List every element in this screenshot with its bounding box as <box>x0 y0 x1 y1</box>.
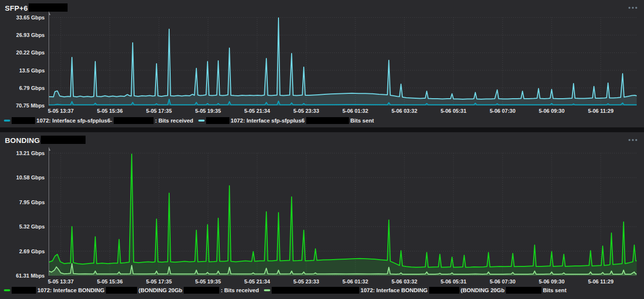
x-axis-label: 5-06 01:32 <box>333 279 377 285</box>
y-axis-line <box>49 11 51 106</box>
y-axis-label: 33.65 Gbps <box>0 14 45 21</box>
series-line <box>49 154 637 267</box>
y-axis-label: 61.31 Mbps <box>0 272 45 279</box>
legend-item[interactable]: 1072: Interface sfp-sfpplus6-: Bits rece… <box>4 117 193 124</box>
x-axis-label: 5-06 11:29 <box>579 279 623 285</box>
redaction-box <box>429 287 459 294</box>
legend-item[interactable]: 1072: Interface BONDING(BONDING 20GbBits… <box>264 287 567 294</box>
dashboard: { "page": { "background": "#121214", "pa… <box>0 0 644 299</box>
panel-title: SFP+6 <box>5 4 28 12</box>
x-axis-label: 5-06 05:31 <box>432 108 475 114</box>
y-axis-label: 5.32 Gbps <box>0 223 45 230</box>
x-axis-label: 5-06 07:30 <box>481 279 524 285</box>
redaction-box <box>12 287 36 294</box>
y-axis-label: 6.79 Gbps <box>0 85 45 91</box>
legend-label: 1072: Interface BONDING <box>37 287 104 293</box>
graph-plot-area[interactable] <box>49 11 637 106</box>
legend-item[interactable]: 1072: Interface sfp-sfpplus6Bits sent <box>198 117 374 124</box>
legend-label: 1072: Interface sfp-sfpplus6- <box>36 118 112 123</box>
x-axis-label: 5-05 21:34 <box>235 108 279 114</box>
x-axis-label: 5-05 17:35 <box>137 279 181 285</box>
series-area <box>49 154 637 276</box>
x-axis-label: 5-06 07:30 <box>481 108 524 114</box>
x-axis-label: 5-06 03:32 <box>383 279 426 285</box>
x-axis-label: 5-05 13:37 <box>39 279 83 285</box>
x-axis-label: 5-06 09:30 <box>530 108 574 114</box>
graph-legend: 1072: Interface sfp-sfpplus6-: Bits rece… <box>4 117 374 124</box>
redaction-box <box>184 287 219 294</box>
x-axis-label: 5-05 23:33 <box>284 279 328 285</box>
panel-sfp6-graph: SFP+6 33.65 Gbps26.93 Gbps20.22 Gbps13.5… <box>0 0 644 127</box>
legend-color-marker <box>198 120 205 122</box>
y-axis-label: 10.58 Gbps <box>0 174 45 181</box>
y-axis-label: 26.93 Gbps <box>0 32 45 38</box>
x-axis-label: 5-05 15:36 <box>88 279 132 285</box>
y-axis-line <box>49 147 51 276</box>
y-axis-label: 13.21 Gbps <box>0 150 45 157</box>
x-axis-label: 5-05 19:35 <box>186 279 230 285</box>
panel-bonding-graph: BONDING 13.21 Gbps10.58 Gbps7.95 Gbps5.3… <box>0 132 644 299</box>
redaction-box <box>272 287 359 294</box>
redaction-box <box>12 117 35 124</box>
redaction-box <box>506 287 541 294</box>
legend-color-marker <box>4 289 10 291</box>
series-line <box>49 18 637 99</box>
x-axis-label: 5-06 11:29 <box>579 108 623 114</box>
redaction-box <box>306 117 349 124</box>
x-axis-label: 5-06 05:31 <box>432 279 475 285</box>
legend-label: : Bits received <box>221 287 259 293</box>
x-axis-label: 5-05 21:34 <box>235 279 279 285</box>
ellipsis-menu-icon[interactable] <box>627 137 638 143</box>
y-axis-label: 70.75 Mbps <box>0 102 45 109</box>
x-axis-label: 5-06 01:32 <box>333 108 377 114</box>
graph-plot-area[interactable] <box>49 146 637 276</box>
legend-label: Bits sent <box>350 118 374 123</box>
x-axis-label: 5-06 09:30 <box>530 279 574 285</box>
redaction-box <box>206 117 229 124</box>
x-axis-label: 5-05 13:37 <box>39 108 83 114</box>
series-area <box>49 18 637 106</box>
legend-label: (BONDING 20Gb <box>461 287 505 293</box>
legend-color-marker <box>4 120 10 122</box>
x-axis-label: 5-05 23:33 <box>284 108 328 114</box>
panel-header: BONDING <box>5 135 638 145</box>
legend-label: : Bits received <box>155 118 193 123</box>
y-axis-label: 20.22 Gbps <box>0 49 45 56</box>
legend-label: 1072: Interface BONDING <box>361 287 428 293</box>
redaction-box <box>106 287 137 294</box>
graph-legend: 1072: Interface BONDING(BONDING 20Gb: Bi… <box>4 287 566 294</box>
x-axis-label: 5-05 19:35 <box>186 108 230 114</box>
y-axis-label: 2.69 Gbps <box>0 248 45 255</box>
x-axis-label: 5-05 17:35 <box>137 108 181 114</box>
x-axis-label: 5-06 03:32 <box>383 108 426 114</box>
redaction-box <box>41 136 86 144</box>
legend-label: Bits sent <box>543 287 567 293</box>
legend-label: (BONDING 20Gb <box>139 287 182 293</box>
ellipsis-menu-icon[interactable] <box>627 5 638 11</box>
redaction-box <box>114 117 154 124</box>
legend-label: 1072: Interface sfp-sfpplus6 <box>231 118 305 123</box>
y-axis-label: 7.95 Gbps <box>0 199 45 206</box>
y-axis-label: 13.5 Gbps <box>0 67 45 74</box>
legend-item[interactable]: 1072: Interface BONDING(BONDING 20Gb: Bi… <box>4 287 259 294</box>
panel-title: BONDING <box>5 136 40 144</box>
legend-color-marker <box>264 289 270 291</box>
redaction-box <box>29 3 68 12</box>
x-axis-label: 5-05 15:36 <box>88 108 132 114</box>
